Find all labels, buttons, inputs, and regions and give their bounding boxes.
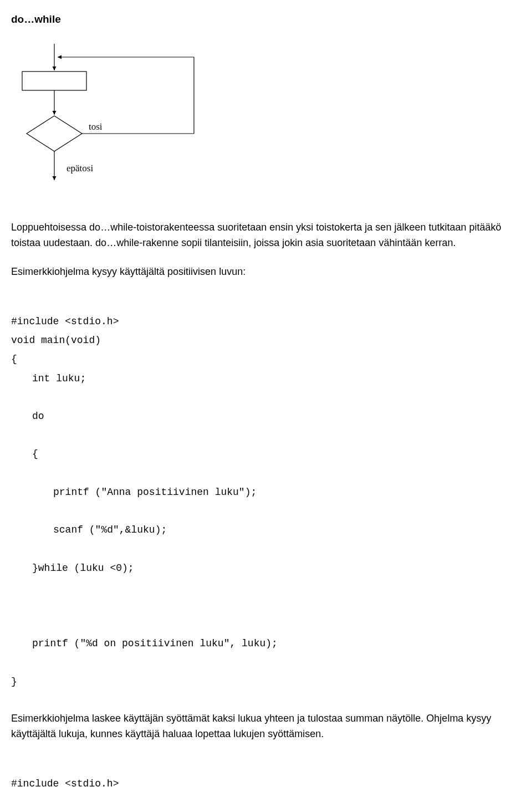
code-line: printf ("%d on positiivinen luku", luku)…: [11, 634, 510, 653]
code-line: do: [11, 407, 510, 426]
flowchart-diagram: tosi epätosi: [17, 44, 510, 192]
code-line: }while (luku <0);: [11, 559, 510, 578]
page-title: do…while: [11, 11, 510, 27]
paragraph-intro: Loppuehtoisessa do…while-toistorakentees…: [11, 220, 510, 251]
text-line: jokin asia suoritetaan vähintään kerran.: [282, 237, 456, 248]
text-line: syöttämisen.: [268, 728, 324, 739]
code-line: printf ("Anna positiivinen luku");: [11, 483, 510, 502]
code-block-1: #include <stdio.h> void main(void) { int…: [11, 293, 510, 691]
code-block-2: #include <stdio.h> void main(void): [11, 755, 510, 787]
text-line: Loppuehtoisessa do…while-toistorakentees…: [11, 222, 394, 233]
code-line: #include <stdio.h>: [11, 316, 119, 327]
code-line: int luku;: [11, 369, 510, 388]
paragraph-example-1-intro: Esimerkkiohjelma kysyy käyttäjältä posit…: [11, 264, 510, 280]
text-line: Esimerkkiohjelma laskee käyttäjän syöttä…: [11, 713, 386, 724]
code-line: #include <stdio.h>: [11, 778, 119, 787]
code-line: {: [11, 444, 510, 463]
code-line: void main(void): [11, 335, 101, 346]
code-line: scanf ("%d",&luku);: [11, 520, 510, 539]
code-line: {: [11, 354, 17, 365]
svg-rect-1: [22, 71, 86, 90]
code-line: }: [11, 676, 17, 687]
flow-label-epatosi: epätosi: [66, 163, 93, 173]
flow-label-tosi: tosi: [89, 121, 103, 132]
paragraph-example-2-intro: Esimerkkiohjelma laskee käyttäjän syöttä…: [11, 711, 510, 742]
